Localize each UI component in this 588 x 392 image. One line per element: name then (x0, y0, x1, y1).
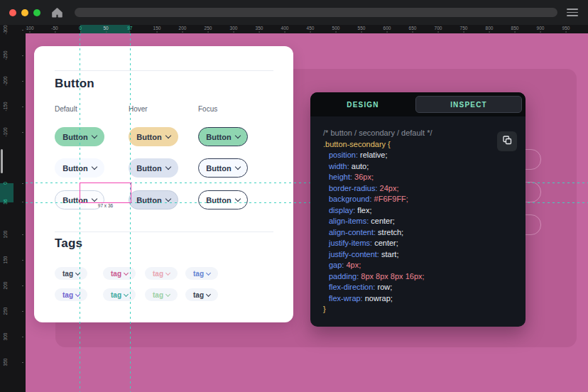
tag-component[interactable]: tag (55, 288, 87, 301)
code-value: relative; (360, 151, 388, 159)
button-component-secondary-focus[interactable]: Button (198, 158, 248, 178)
tag-component-label: tag (153, 270, 163, 278)
code-line: display: flex; (323, 205, 432, 217)
browser-chrome (0, 0, 588, 25)
guide-vertical-0[interactable] (80, 33, 80, 392)
menu-icon[interactable] (567, 9, 578, 16)
ruler-tick-mark (22, 311, 23, 312)
guide-vertical-97[interactable] (130, 33, 131, 392)
ruler-tick-mark (22, 183, 23, 184)
ruler-tick-mark (106, 31, 107, 33)
code-value: 8px 8px 8px 16px; (361, 272, 424, 281)
code-comment: /* button / secondary / default */ (323, 128, 432, 139)
section-title-button: Button (55, 77, 94, 91)
inspect-panel-tabbar: DESIGN INSPECT (310, 92, 526, 116)
vertical-ruler[interactable]: -300-250-200-150-10003610015020025030035… (0, 25, 26, 392)
code-value: 36px; (354, 173, 374, 181)
code-line: width: auto; (323, 161, 432, 173)
column-label-hover: Hover (129, 105, 148, 113)
code-line: align-items: center; (323, 216, 432, 227)
ruler-tick-0: 0 (3, 175, 8, 191)
chevron-down-icon (234, 196, 240, 202)
ruler-tick-mark (310, 31, 311, 33)
ruler-tick-550: 550 (358, 26, 366, 31)
code-line: justify-items: center; (323, 238, 432, 249)
code-value: center; (374, 239, 398, 247)
button-component-tertiary-hover[interactable]: Button (129, 190, 178, 209)
code-value: stretch; (378, 228, 403, 236)
tab-inspect[interactable]: INSPECT (415, 96, 522, 113)
minimize-window-button[interactable] (21, 9, 28, 16)
code-value: auto; (352, 162, 369, 170)
button-component-secondary-hover[interactable]: Button (129, 158, 178, 178)
ruler-tick-600: 600 (383, 26, 391, 31)
close-window-button[interactable] (9, 9, 16, 16)
ruler-tick-mark (157, 31, 158, 33)
ruler-tick-mark (464, 31, 464, 33)
zoom-window-button[interactable] (33, 9, 40, 16)
code-property: position: (329, 151, 360, 159)
chevron-down-icon (206, 270, 211, 275)
code-property: align-content: (329, 228, 378, 236)
code-property: align-items: (329, 217, 371, 225)
inspect-panel: DESIGN INSPECT /* button / secondary / d… (310, 92, 526, 327)
ruler-tick-mark (566, 31, 567, 33)
tag-component[interactable]: tag (55, 267, 87, 280)
button-component-label: Button (62, 133, 87, 141)
ruler-tick-450: 450 (307, 26, 315, 31)
ruler-tick-mark (22, 132, 23, 133)
tab-design-label: DESIGN (347, 101, 379, 109)
tag-component[interactable]: tag (103, 288, 136, 301)
ruler-tick-250: 250 (205, 26, 212, 31)
code-line: flex-direction: row; (323, 282, 432, 293)
ruler-tick-mark (183, 31, 183, 33)
tag-component[interactable]: tag (145, 288, 178, 301)
ruler-tick-mark (29, 31, 30, 33)
url-bar[interactable] (75, 8, 557, 17)
ruler-tick-mark (22, 234, 23, 235)
ruler-tick-200: 200 (179, 26, 187, 31)
tag-component[interactable]: tag (145, 267, 178, 280)
tag-component[interactable]: tag (103, 267, 136, 280)
code-property: width: (329, 162, 352, 170)
ruler-tick-850: 850 (511, 26, 519, 31)
code-line: background: #F6F9FF; (323, 194, 432, 205)
ruler-tick-mark (387, 31, 388, 33)
code-property: gap: (329, 261, 346, 269)
copy-button[interactable] (497, 131, 517, 151)
code-property: display: (329, 206, 357, 214)
chevron-down-icon (234, 133, 240, 138)
code-property: flex-direction: (329, 283, 377, 291)
ruler-tick-mark (540, 31, 541, 33)
chevron-down-icon (165, 291, 170, 296)
chevron-down-icon (165, 133, 170, 138)
ruler-tick-mark (22, 81, 23, 82)
ruler-tick-300: 300 (230, 26, 238, 31)
home-icon[interactable] (50, 6, 63, 19)
ruler-tick-97: 97 (127, 26, 132, 31)
chevron-down-icon (234, 164, 240, 170)
horizontal-ruler[interactable]: -100-50050971502002503003504004505005506… (0, 25, 588, 33)
ruler-tick--100: -100 (24, 26, 33, 31)
ruler-tick-mark (285, 31, 285, 33)
button-component-tertiary-focus[interactable]: Button (198, 190, 248, 209)
button-component-primary-focus[interactable]: Button (198, 127, 248, 146)
vertical-scrollbar-thumb[interactable] (1, 149, 3, 173)
tab-design[interactable]: DESIGN (310, 92, 415, 116)
code-line: align-content: stretch; (323, 227, 432, 239)
code-selector: .button-secondary { (323, 139, 432, 151)
component-sheet[interactable]: Button Default Hover Focus ButtonButtonB… (34, 46, 293, 322)
design-tool-window: Board Button Default Hover Focus ButtonB… (0, 0, 588, 392)
ruler-tick-650: 650 (409, 26, 417, 31)
button-component-primary-hover[interactable]: Button (129, 127, 178, 146)
ruler-tick--200: -200 (3, 73, 8, 89)
ruler-tick-0: 0 (79, 26, 82, 31)
ruler-tick-100: 100 (3, 227, 8, 242)
tag-component[interactable]: tag (185, 288, 218, 301)
ruler-tick-mark (22, 260, 23, 261)
code-line: height: 36px; (323, 172, 432, 183)
ruler-tick-950: 950 (562, 26, 570, 31)
tag-component[interactable]: tag (185, 267, 218, 280)
selection-box[interactable] (80, 183, 131, 203)
ruler-tick-750: 750 (460, 26, 468, 31)
